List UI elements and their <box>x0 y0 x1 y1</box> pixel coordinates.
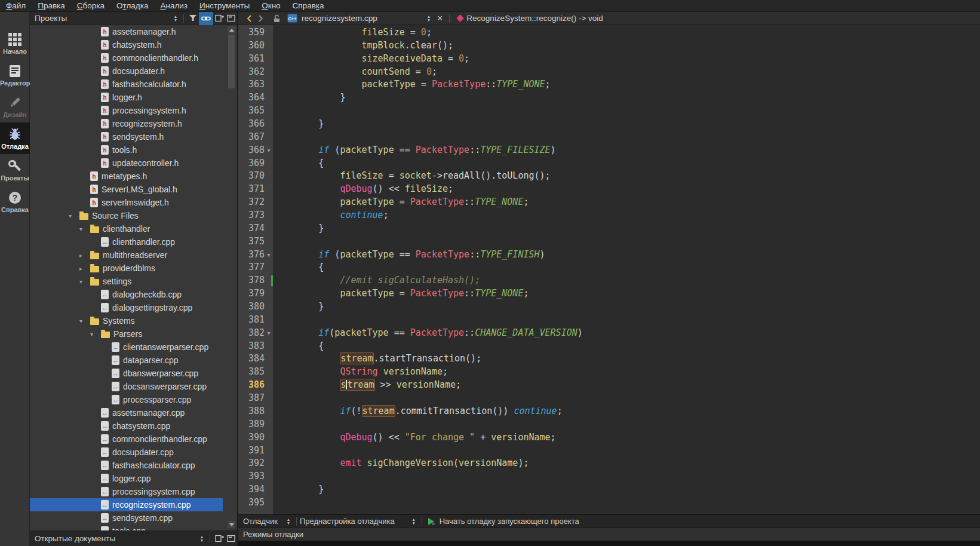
tree-item[interactable]: hsendsystem.h <box>30 130 223 143</box>
back-icon[interactable] <box>243 13 255 24</box>
tree-item[interactable]: hassetsmanager.h <box>30 25 223 38</box>
tree-item[interactable]: hmetatypes.h <box>30 170 223 183</box>
tree-item[interactable]: ↔clienthandler.cpp <box>30 235 223 249</box>
sidebar-item-projects[interactable]: Проекты <box>0 154 30 186</box>
tree-item[interactable]: ↔docsupdater.cpp <box>30 446 223 459</box>
code-line[interactable]: 375 <box>238 235 980 249</box>
code-line[interactable]: 380 } <box>238 300 980 314</box>
code-line[interactable]: 389 <box>238 418 980 431</box>
tree-item[interactable]: ↔tools.cpp <box>30 524 223 530</box>
tree-item[interactable]: hrecognizesystem.h <box>30 117 223 130</box>
tree-item[interactable]: hfasthashcalculator.h <box>30 78 223 91</box>
code-line[interactable]: 362 countSend = 0; <box>238 66 980 79</box>
document-updown-icon[interactable] <box>424 15 434 22</box>
tree-item[interactable]: ▾clienthandler <box>30 222 223 235</box>
footer-split-icon[interactable] <box>213 533 225 545</box>
code-line[interactable]: 393 <box>238 470 980 483</box>
menu-item[interactable]: Отладка <box>110 0 154 11</box>
tree-item[interactable]: ▾Parsers <box>30 327 223 341</box>
code-line[interactable]: 361 sizeReceiveData = 0; <box>238 53 980 66</box>
tree-item[interactable]: ↔fasthashcalculator.cpp <box>30 459 223 472</box>
code-line[interactable]: 394 } <box>238 483 980 496</box>
code-line[interactable]: 379 packetType = PacketType::TYPE_NONE; <box>238 287 980 300</box>
code-line[interactable]: 368▾ if (packetType == PacketType::TYPE_… <box>238 144 980 157</box>
sidebar-item-design[interactable]: Дизайн <box>0 91 30 122</box>
menu-item[interactable]: Инструменты <box>193 0 256 11</box>
expander-icon[interactable]: ▾ <box>79 278 90 285</box>
debugger-selector-label[interactable]: Отладчик <box>243 517 278 526</box>
tree-item[interactable]: htools.h <box>30 143 223 157</box>
menu-item[interactable]: Справка <box>287 0 330 11</box>
scrollbar-thumb[interactable] <box>228 35 235 88</box>
tree-item[interactable]: ↔dbanswerparser.cpp <box>30 367 223 380</box>
code-line[interactable]: 376▾ if (packetType == PacketType::TYPE_… <box>238 249 980 262</box>
tree-item[interactable]: hcommonclienthandler.h <box>30 51 223 65</box>
tree-item[interactable]: ↔processingsystem.cpp <box>30 485 223 498</box>
code-line[interactable]: 359 fileSize = 0; <box>238 26 980 39</box>
close-panel-icon[interactable] <box>225 13 237 24</box>
code-line[interactable]: 366 } <box>238 118 980 131</box>
code-line[interactable]: 364 } <box>238 91 980 105</box>
tree-item[interactable]: hchatsystem.h <box>30 38 223 51</box>
tree-item[interactable]: ↔dataparser.cpp <box>30 354 223 367</box>
tree-item[interactable]: ↔clientanswerparser.cpp <box>30 341 223 354</box>
code-line[interactable]: 367 <box>238 131 980 144</box>
close-document-icon[interactable]: × <box>437 14 443 23</box>
tree-item[interactable]: ▾Source Files <box>30 209 223 222</box>
sync-with-editor-icon[interactable] <box>199 12 213 25</box>
code-line[interactable]: 392 emit sigChangeVersion(versionName); <box>238 457 980 470</box>
scroll-down-icon[interactable] <box>228 521 235 528</box>
tree-item[interactable]: hupdatecontroller.h <box>30 157 223 170</box>
forward-icon[interactable] <box>255 13 267 24</box>
tree-item[interactable]: ▾settings <box>30 275 223 288</box>
expander-icon[interactable]: ▾ <box>79 318 90 324</box>
tree-item[interactable]: hdocsupdater.h <box>30 65 223 78</box>
tree-item[interactable]: hserverlmswidget.h <box>30 196 223 209</box>
tree-item[interactable]: ▾Systems <box>30 314 223 327</box>
start-debug-icon[interactable] <box>425 516 437 527</box>
code-line[interactable]: 388 if(!stream.commitTransaction()) cont… <box>238 405 980 418</box>
expander-icon[interactable]: ▸ <box>79 252 90 259</box>
split-icon[interactable] <box>213 13 225 24</box>
sidebar-item-home[interactable]: Начало <box>0 27 30 59</box>
code-line[interactable]: 370 fileSize = socket->readAll().toULong… <box>238 170 980 183</box>
fold-marker-icon[interactable]: ▾ <box>265 249 273 262</box>
fold-marker-icon[interactable]: ▾ <box>265 327 273 340</box>
tree-item[interactable]: ↔dialogsettingstray.cpp <box>30 301 223 314</box>
code-line[interactable]: 374 } <box>238 222 980 235</box>
code-line[interactable]: 369 { <box>238 157 980 170</box>
footer-updown-icon[interactable] <box>197 535 207 542</box>
code-line[interactable]: 371 qDebug() << fileSize; <box>238 183 980 196</box>
open-document-selector[interactable]: recognizesystem.cpp <box>302 14 424 23</box>
code-line[interactable]: 378 //emit sigCalculateHash(); <box>238 274 980 287</box>
code-line[interactable]: 365 <box>238 105 980 118</box>
tree-item[interactable]: ↔assetsmanager.cpp <box>30 406 223 419</box>
debugger-updown-icon[interactable] <box>284 518 293 525</box>
unlock-icon[interactable] <box>271 13 282 24</box>
tree-item[interactable]: ↔logger.cpp <box>30 472 223 485</box>
code-line[interactable]: 381 <box>238 314 980 327</box>
code-line[interactable]: 384 stream.startTransaction(); <box>238 352 980 366</box>
menu-item[interactable]: Сборка <box>71 0 110 11</box>
preset-updown-icon[interactable] <box>409 518 419 525</box>
open-documents-label[interactable]: Открытые документы <box>35 534 197 543</box>
code-line[interactable]: 386 stream >> versionName; <box>238 379 980 392</box>
symbol-selector[interactable]: RecognizeSystem::recognize() -> void <box>466 14 603 23</box>
code-line[interactable]: 363 packetType = PacketType::TYPE_NONE; <box>238 78 980 91</box>
tree-item[interactable]: ↔commonclienthandler.cpp <box>30 432 223 446</box>
expander-icon[interactable]: ▾ <box>90 331 101 338</box>
code-line[interactable]: 395 <box>238 496 980 510</box>
expander-icon[interactable]: ▾ <box>79 226 90 232</box>
code-line[interactable]: 391 <box>238 444 980 458</box>
panel-selector-label[interactable]: Проекты <box>35 14 171 23</box>
tree-item[interactable]: ↔recognizesystem.cpp <box>30 498 223 511</box>
tree-item[interactable]: ↔docsanswerparser.cpp <box>30 380 223 393</box>
code-line[interactable]: 372 packetType = PacketType::TYPE_NONE; <box>238 196 980 209</box>
sidebar-item-debug[interactable]: Отладка <box>0 122 30 154</box>
start-debug-label[interactable]: Начать отладку запускающего проекта <box>440 517 579 526</box>
tree-item[interactable]: ↔dialogcheckdb.cpp <box>30 288 223 301</box>
code-editor[interactable]: 359 fileSize = 0;360 tmpBlock.clear();36… <box>238 25 980 514</box>
panel-selector-updown-icon[interactable] <box>171 15 180 22</box>
tree-scrollbar[interactable] <box>228 26 235 529</box>
code-line[interactable]: 360 tmpBlock.clear(); <box>238 39 980 53</box>
